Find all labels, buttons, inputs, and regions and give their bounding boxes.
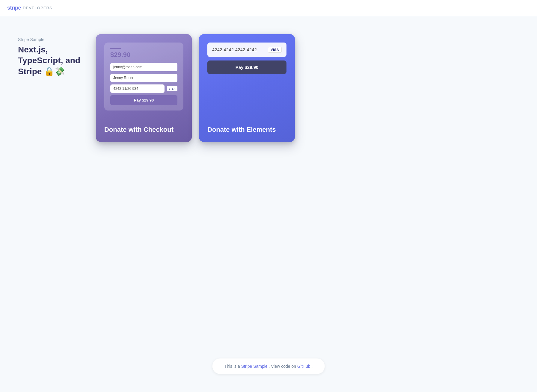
elements-card-number-field: 4242 4242 4242 4242 VISA [207, 43, 286, 57]
checkout-card-label: Donate with Checkout [104, 126, 183, 134]
sidebar: Stripe Sample Next.js, TypeScript, and S… [18, 34, 84, 77]
checkout-amount-bar [110, 48, 121, 49]
elements-pay-button[interactable]: Pay $29.90 [207, 60, 286, 74]
checkout-card[interactable]: $29.90 jenny@rosen.com Jenny Rosen 4242 … [96, 34, 192, 142]
elements-mockup: 4242 4242 4242 4242 VISA Pay $29.90 [207, 43, 286, 74]
checkout-card-number-field: 4242 11/26 934 [110, 84, 165, 93]
stripe-wordmark: stripe [7, 5, 21, 11]
checkout-visa-badge: VISA [167, 86, 177, 91]
checkout-name-field: Jenny Rosen [110, 74, 177, 82]
cards-container: $29.90 jenny@rosen.com Jenny Rosen 4242 … [96, 34, 525, 142]
stripe-text: stripe [7, 5, 21, 11]
checkout-pay-button[interactable]: Pay $29.90 [110, 95, 177, 105]
stripe-logo: stripe DEVELOPERS [7, 5, 52, 11]
footer: This is a Stripe Sample . View code on G… [212, 358, 325, 374]
sidebar-title: Next.js, TypeScript, and Stripe 🔒💸 [18, 44, 84, 77]
elements-card[interactable]: 4242 4242 4242 4242 VISA Pay $29.90 Dona… [199, 34, 295, 142]
elements-visa-badge: VISA [268, 47, 282, 53]
elements-card-label: Donate with Elements [207, 126, 286, 134]
checkout-amount: $29.90 [110, 51, 177, 59]
footer-github-link[interactable]: GitHub [297, 364, 310, 369]
elements-card-number-text: 4242 4242 4242 4242 [212, 47, 257, 52]
footer-text-before: This is a [224, 364, 240, 369]
developers-label: DEVELOPERS [23, 6, 52, 10]
footer-text-middle: . View code on [269, 364, 296, 369]
sidebar-sample-label: Stripe Sample [18, 37, 84, 42]
footer-text-after: . [311, 364, 313, 369]
checkout-mockup: $29.90 jenny@rosen.com Jenny Rosen 4242 … [104, 43, 183, 111]
footer-stripe-sample-link[interactable]: Stripe Sample [241, 364, 268, 369]
main-content: Stripe Sample Next.js, TypeScript, and S… [0, 16, 537, 154]
checkout-email-field: jenny@rosen.com [110, 63, 177, 71]
checkout-card-row: 4242 11/26 934 VISA [110, 84, 177, 93]
header: stripe DEVELOPERS [0, 0, 537, 16]
